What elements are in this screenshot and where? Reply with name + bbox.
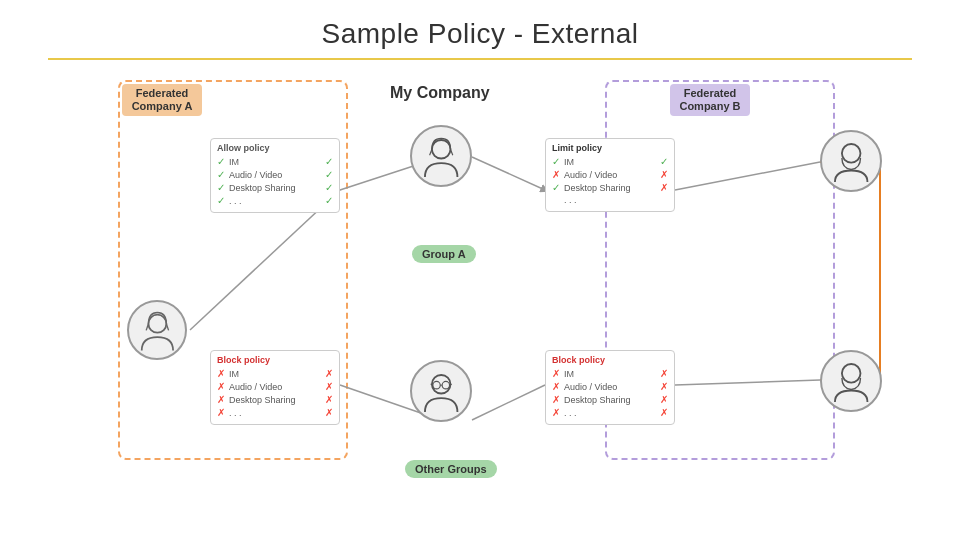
svg-point-23 — [842, 364, 861, 383]
policy-row: ✓ . . . ✓ — [217, 195, 333, 206]
cross-icon: ✗ — [660, 169, 668, 180]
cross-icon: ✗ — [660, 394, 668, 405]
title-divider — [48, 58, 912, 60]
policy-row: ✗ . . . ✗ — [217, 407, 333, 418]
check-icon: ✓ — [217, 169, 225, 180]
policy-text: . . . — [229, 196, 321, 206]
svg-point-16 — [432, 375, 451, 394]
title-area: Sample Policy - External — [0, 0, 960, 58]
policy-row: ✗ IM ✗ — [552, 368, 668, 379]
cross-icon: ✗ — [552, 381, 560, 392]
cross-icon: ✗ — [325, 368, 333, 379]
svg-point-17 — [433, 381, 440, 388]
avatar-center-bottom — [410, 360, 472, 422]
avatar-center-top — [410, 125, 472, 187]
page: Sample Policy - External FederatedCompan… — [0, 0, 960, 540]
svg-line-12 — [166, 323, 168, 330]
block-policy-left-title: Block policy — [217, 355, 333, 365]
policy-text: . . . — [564, 408, 656, 418]
cross-icon: ✗ — [660, 368, 668, 379]
cross-icon: ✗ — [660, 182, 668, 193]
policy-text: Desktop Sharing — [564, 183, 656, 193]
cross-icon: ✗ — [660, 407, 668, 418]
avatar-female-left — [127, 300, 187, 360]
policy-row: ✗ . . . ✗ — [552, 407, 668, 418]
policy-row: ✗ IM ✗ — [217, 368, 333, 379]
check-icon: ✓ — [552, 156, 560, 167]
policy-row: ✓ Audio / Video ✓ — [217, 169, 333, 180]
allow-policy-title: Allow policy — [217, 143, 333, 153]
policy-row: ✓ Desktop Sharing ✗ — [552, 182, 668, 193]
check-icon: ✓ — [660, 156, 668, 167]
cross-icon: ✗ — [217, 381, 225, 392]
cross-icon: ✗ — [660, 381, 668, 392]
check-icon: ✓ — [325, 195, 333, 206]
policy-row: ✓ Desktop Sharing ✓ — [217, 182, 333, 193]
cross-icon: ✗ — [552, 368, 560, 379]
policy-row: ✗ Desktop Sharing ✗ — [217, 394, 333, 405]
svg-point-18 — [442, 381, 449, 388]
policy-text: Audio / Video — [229, 382, 321, 392]
company-a-label: FederatedCompany A — [122, 84, 202, 116]
check-icon: ✓ — [325, 156, 333, 167]
cross-icon: ✗ — [217, 394, 225, 405]
avatar-male-right-bottom — [820, 350, 882, 412]
check-icon: ✓ — [552, 182, 560, 193]
company-b-label: FederatedCompany B — [670, 84, 750, 116]
svg-line-5 — [472, 385, 545, 420]
limit-policy-right: Limit policy ✓ IM ✓ ✗ Audio / Video ✗ ✓ … — [545, 138, 675, 212]
check-icon: ✓ — [217, 156, 225, 167]
policy-text: Audio / Video — [564, 170, 656, 180]
policy-text: Desktop Sharing — [564, 395, 656, 405]
cross-icon: ✗ — [552, 169, 560, 180]
policy-text: IM — [564, 369, 656, 379]
cross-icon: ✗ — [325, 407, 333, 418]
block-policy-right-title: Block policy — [552, 355, 668, 365]
svg-point-22 — [842, 144, 861, 163]
policy-row: ✓ . . . ✓ — [552, 195, 668, 205]
avatar-male-right-top — [820, 130, 882, 192]
policy-text: IM — [564, 157, 656, 167]
allow-policy-left: Allow policy ✓ IM ✓ ✓ Audio / Video ✓ ✓ … — [210, 138, 340, 213]
block-policy-left: Block policy ✗ IM ✗ ✗ Audio / Video ✗ ✗ … — [210, 350, 340, 425]
page-title: Sample Policy - External — [0, 18, 960, 50]
policy-text: Audio / Video — [564, 382, 656, 392]
policy-text: . . . — [564, 195, 656, 205]
cross-icon: ✗ — [552, 407, 560, 418]
svg-point-10 — [148, 314, 166, 332]
check-icon: ✓ — [217, 182, 225, 193]
policy-text: . . . — [229, 408, 321, 418]
policy-row: ✓ IM ✓ — [552, 156, 668, 167]
diagram-area: FederatedCompany A FederatedCompany B My… — [0, 70, 960, 540]
cross-icon: ✗ — [552, 394, 560, 405]
check-icon: ✓ — [325, 169, 333, 180]
policy-text: IM — [229, 157, 321, 167]
svg-point-13 — [432, 140, 451, 159]
my-company-label: My Company — [390, 84, 490, 102]
group-other-label: Other Groups — [405, 460, 497, 478]
cross-icon: ✗ — [325, 381, 333, 392]
cross-icon: ✗ — [217, 407, 225, 418]
policy-row: ✗ Audio / Video ✗ — [217, 381, 333, 392]
cross-icon: ✗ — [217, 368, 225, 379]
policy-text: Desktop Sharing — [229, 183, 321, 193]
limit-policy-title: Limit policy — [552, 143, 668, 153]
policy-text: Desktop Sharing — [229, 395, 321, 405]
svg-line-11 — [146, 323, 148, 330]
group-a-label: Group A — [412, 245, 476, 263]
cross-icon: ✗ — [325, 394, 333, 405]
policy-row: ✗ Audio / Video ✗ — [552, 169, 668, 180]
policy-row: ✗ Desktop Sharing ✗ — [552, 394, 668, 405]
policy-text: Audio / Video — [229, 170, 321, 180]
policy-row: ✓ IM ✓ — [217, 156, 333, 167]
svg-line-1 — [472, 157, 545, 190]
policy-row: ✗ Audio / Video ✗ — [552, 381, 668, 392]
check-icon: ✓ — [217, 195, 225, 206]
check-icon: ✓ — [325, 182, 333, 193]
policy-text: IM — [229, 369, 321, 379]
block-policy-right: Block policy ✗ IM ✗ ✗ Audio / Video ✗ ✗ … — [545, 350, 675, 425]
